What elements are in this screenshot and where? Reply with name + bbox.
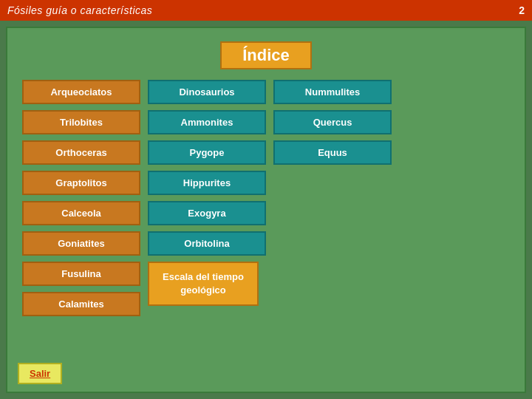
nav-button-quercus[interactable]: Quercus bbox=[273, 110, 392, 134]
nav-button-calamites[interactable]: Calamites bbox=[22, 292, 140, 316]
main-content: Índice ArqueociatosTrilobitesOrthocerasG… bbox=[6, 27, 526, 393]
nav-button-equus[interactable]: Equus bbox=[273, 140, 392, 165]
escala-box[interactable]: Escala del tiempo geológico bbox=[148, 262, 259, 306]
nav-button-dinosaurios[interactable]: Dinosaurios bbox=[148, 80, 266, 104]
nav-button-trilobites[interactable]: Trilobites bbox=[22, 110, 140, 134]
nav-button-exogyra[interactable]: Exogyra bbox=[148, 201, 266, 225]
index-title-container: Índice bbox=[7, 41, 525, 69]
nav-button-graptolitos[interactable]: Graptolitos bbox=[22, 171, 140, 195]
salir-container: Salir bbox=[18, 363, 62, 384]
nav-button-orthoceras[interactable]: Orthoceras bbox=[22, 140, 140, 165]
column-1: ArqueociatosTrilobitesOrthocerasGraptoli… bbox=[22, 80, 140, 316]
column-2: DinosauriosAmmonitesPygopeHippuritesExog… bbox=[148, 80, 266, 256]
nav-button-arqueociatos[interactable]: Arqueociatos bbox=[22, 80, 140, 104]
salir-button[interactable]: Salir bbox=[18, 363, 62, 384]
nav-button-pygope[interactable]: Pygope bbox=[148, 140, 266, 165]
page-number: 2 bbox=[519, 4, 525, 16]
column-3: NummulitesQuercusEquus bbox=[273, 80, 392, 256]
nav-button-orbitolina[interactable]: Orbitolina bbox=[148, 231, 266, 256]
nav-button-nummulites[interactable]: Nummulites bbox=[273, 80, 392, 104]
nav-button-ammonites[interactable]: Ammonites bbox=[148, 110, 266, 134]
nav-button-fusulina[interactable]: Fusulina bbox=[22, 262, 140, 286]
nav-button-goniatites[interactable]: Goniatites bbox=[22, 231, 140, 256]
nav-button-calceola[interactable]: Calceola bbox=[22, 201, 140, 225]
top-bar: Fósiles guía o características 2 bbox=[0, 0, 532, 21]
right-area: DinosauriosAmmonitesPygopeHippuritesExog… bbox=[148, 80, 392, 306]
nav-button-hippurites[interactable]: Hippurites bbox=[148, 171, 266, 195]
nav-grid: ArqueociatosTrilobitesOrthocerasGraptoli… bbox=[7, 80, 525, 316]
index-title: Índice bbox=[220, 41, 312, 69]
bottom-right: Escala del tiempo geológico bbox=[148, 262, 392, 306]
cols-23: DinosauriosAmmonitesPygopeHippuritesExog… bbox=[148, 80, 392, 256]
top-bar-title: Fósiles guía o características bbox=[7, 4, 152, 16]
